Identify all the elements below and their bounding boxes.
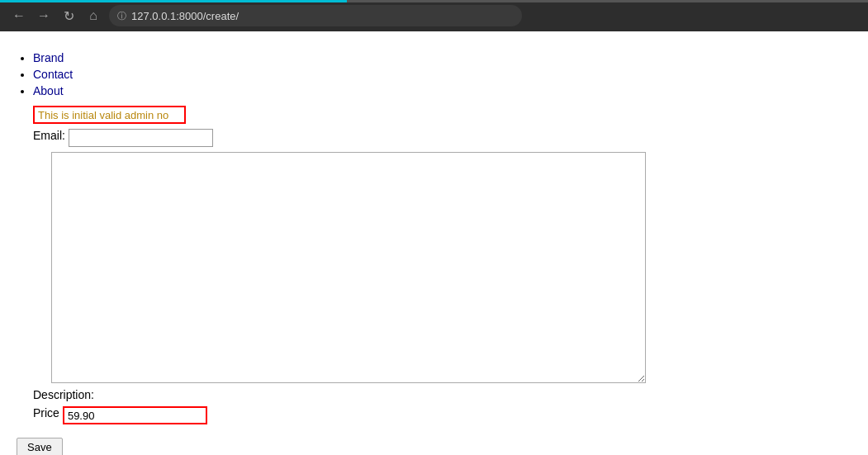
description-textarea[interactable]	[51, 152, 646, 383]
nav-item-contact: Contact	[33, 68, 851, 81]
form-list: Email:	[17, 106, 851, 147]
email-label: Email:	[33, 129, 65, 142]
create-form: Email: Description: Price Save	[17, 106, 851, 455]
name-field-item	[33, 106, 851, 124]
nav-item-about: About	[33, 84, 851, 97]
email-input[interactable]	[69, 129, 213, 147]
form-list-2: Description: Price	[17, 388, 851, 424]
description-label: Description:	[33, 388, 94, 401]
save-button[interactable]: Save	[17, 438, 63, 455]
lock-icon: ⓘ	[117, 10, 126, 22]
address-bar[interactable]: ⓘ 127.0.0.1:8000/create/	[109, 5, 522, 26]
description-container	[17, 152, 851, 383]
price-input[interactable]	[63, 406, 207, 424]
price-field-item: Price	[33, 406, 851, 424]
reload-button[interactable]: ↻	[59, 7, 78, 25]
nav-list: Brand Contact About	[17, 51, 851, 97]
email-field-item: Email:	[33, 129, 851, 147]
nav: Brand Contact About	[17, 51, 851, 97]
url-text: 127.0.0.1:8000/create/	[131, 10, 239, 22]
nav-link-brand[interactable]: Brand	[33, 51, 64, 64]
nav-link-contact[interactable]: Contact	[33, 68, 73, 81]
forward-button[interactable]: →	[35, 7, 53, 25]
page-content: Brand Contact About Email:	[0, 31, 868, 455]
browser-chrome: ← → ↻ ⌂ ⓘ 127.0.0.1:8000/create/	[0, 0, 868, 31]
nav-link-about[interactable]: About	[33, 84, 64, 97]
price-label: Price	[33, 406, 59, 419]
home-button[interactable]: ⌂	[84, 7, 102, 25]
back-button[interactable]: ←	[10, 7, 28, 25]
name-input[interactable]	[33, 106, 186, 124]
nav-item-brand: Brand	[33, 51, 851, 64]
description-label-item: Description:	[33, 388, 851, 401]
